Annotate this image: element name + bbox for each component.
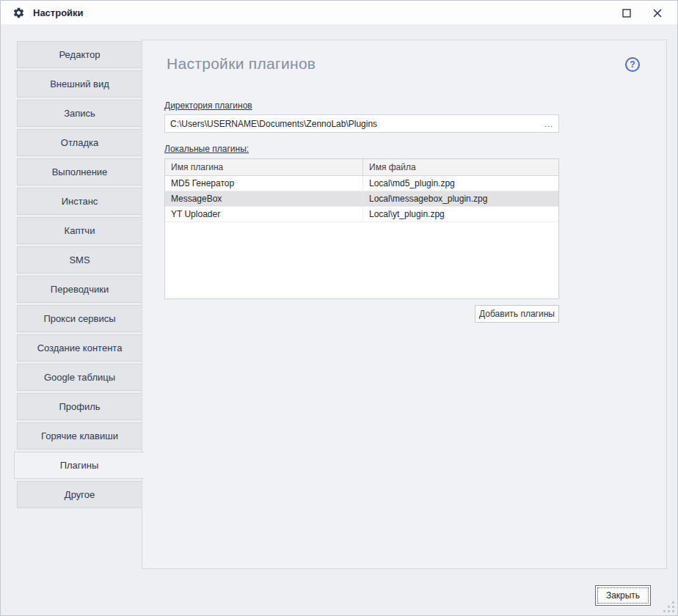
settings-gear-icon: [12, 7, 25, 19]
sidebar-tab-label: Внешний вид: [50, 78, 109, 89]
sidebar-tab-label: Редактор: [59, 49, 101, 60]
directory-label: Директория плагинов: [164, 100, 252, 111]
sidebar-tab[interactable]: Внешний вид: [17, 70, 142, 98]
table-body: MD5 Генератор Local\md5_plugin.zpg Messa…: [165, 176, 558, 222]
sidebar-tab-label: Создание контента: [37, 342, 123, 353]
plugins-settings-panel: Настройки плагинов ? Директория плагинов…: [142, 40, 667, 569]
plugins-directory-value: C:\Users\USERNAME\Documents\ZennoLab\Plu…: [165, 119, 539, 129]
sidebar-tab[interactable]: Горячие клавиши: [17, 422, 142, 450]
sidebar-tab[interactable]: Редактор: [17, 41, 142, 68]
sidebar-tab[interactable]: Выполнение: [17, 158, 142, 186]
plugin-name-cell: YT Uploader: [165, 207, 363, 221]
browse-button[interactable]: ...: [539, 115, 558, 132]
sidebar-tab[interactable]: Создание контента: [17, 334, 142, 362]
sidebar-tab[interactable]: Другое: [17, 481, 142, 508]
close-dialog-button[interactable]: Закрыть: [595, 585, 651, 606]
sidebar-tab-label: Другое: [65, 489, 95, 500]
column-header-plugin-name[interactable]: Имя плагина: [165, 159, 363, 175]
plugins-directory-field[interactable]: C:\Users\USERNAME\Documents\ZennoLab\Plu…: [164, 114, 559, 133]
sidebar-tab-label: Переводчики: [51, 284, 109, 295]
sidebar-tab-label: Плагины: [60, 460, 99, 471]
sidebar-tab-label: Отладка: [61, 137, 98, 148]
local-plugins-label: Локальные плагины:: [164, 144, 249, 154]
plugin-file-cell: Local\md5_plugin.zpg: [363, 176, 558, 191]
help-icon[interactable]: ?: [625, 57, 640, 72]
close-button[interactable]: [642, 1, 673, 25]
plugin-name-cell: MessageBox: [165, 191, 363, 206]
sidebar-tab-label: SMS: [69, 254, 90, 265]
sidebar-tab[interactable]: Прокси сервисы: [17, 305, 142, 332]
sidebar-tab[interactable]: Инстанс: [17, 188, 142, 215]
sidebar-tab-label: Прокси сервисы: [44, 313, 116, 324]
sidebar-tab[interactable]: Профиль: [17, 393, 142, 420]
titlebar: Настройки: [1, 1, 677, 25]
maximize-button[interactable]: [611, 1, 642, 25]
window-title: Настройки: [33, 7, 84, 18]
sidebar-tab-label: Запись: [64, 108, 95, 119]
plugin-file-cell: Local\yt_plugin.zpg: [363, 207, 558, 221]
sidebar-tab[interactable]: Google таблицы: [17, 364, 142, 391]
sidebar-tab-label: Google таблицы: [44, 372, 115, 383]
sidebar-tab[interactable]: SMS: [17, 246, 142, 274]
local-plugins-table: Имя плагина Имя файла MD5 Генератор Loca…: [164, 158, 559, 299]
table-header-row: Имя плагина Имя файла: [165, 159, 558, 176]
sidebar-tab-label: Горячие клавиши: [41, 430, 118, 441]
sidebar-tab-label: Профиль: [59, 401, 100, 412]
sidebar-tab[interactable]: Переводчики: [17, 276, 142, 303]
table-row[interactable]: MessageBox Local\messagebox_plugin.zpg: [165, 191, 558, 207]
sidebar-tab[interactable]: Плагины: [14, 452, 144, 479]
table-row[interactable]: MD5 Генератор Local\md5_plugin.zpg: [165, 176, 558, 191]
table-row[interactable]: YT Uploader Local\yt_plugin.zpg: [165, 207, 558, 222]
sidebar-tab-label: Каптчи: [65, 225, 95, 236]
resize-grip[interactable]: [663, 601, 674, 612]
sidebar-tab[interactable]: Отладка: [17, 129, 142, 156]
sidebar-tab[interactable]: Каптчи: [17, 217, 142, 244]
page-title: Настройки плагинов: [167, 55, 316, 73]
sidebar-tab-label: Выполнение: [52, 166, 108, 177]
sidebar-tab-label: Инстанс: [62, 196, 98, 207]
close-dialog-button-label: Закрыть: [606, 590, 640, 601]
column-header-file-name[interactable]: Имя файла: [363, 159, 558, 175]
plugin-name-cell: MD5 Генератор: [165, 176, 363, 191]
plugin-file-cell: Local\messagebox_plugin.zpg: [363, 191, 558, 206]
sidebar-tab[interactable]: Запись: [17, 100, 142, 127]
add-plugins-button[interactable]: Добавить плагины: [475, 305, 559, 323]
settings-sidebar: Редактор Внешний вид Запись Отладка Выпо…: [17, 41, 142, 510]
